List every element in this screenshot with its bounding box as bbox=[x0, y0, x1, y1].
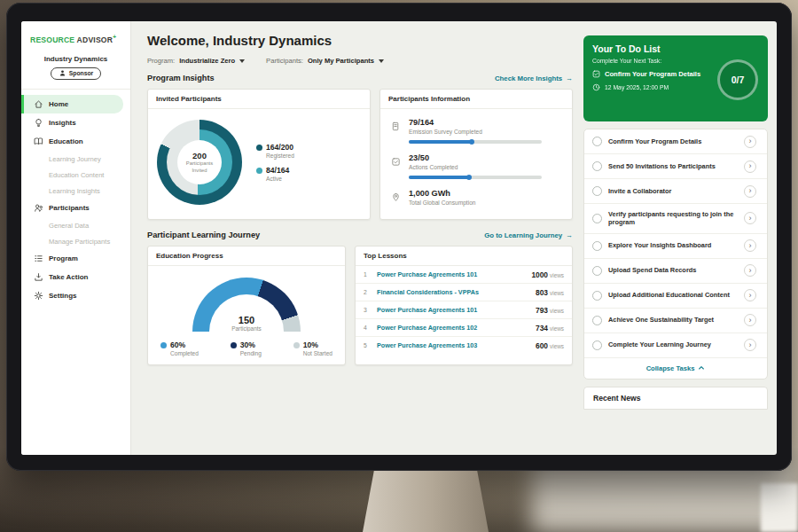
legend-dot bbox=[160, 342, 167, 348]
chevron-right-icon[interactable]: › bbox=[744, 136, 756, 148]
donut-center-label: Participants Invited bbox=[182, 160, 217, 173]
go-to-learning-journey-link[interactable]: Go to Learning Journey → bbox=[484, 231, 573, 239]
chevron-right-icon[interactable]: › bbox=[744, 212, 756, 224]
chevron-right-icon[interactable]: › bbox=[744, 239, 756, 252]
background-scene: RESOURCE ADVISOR+ Industry Dynamics Spon… bbox=[0, 0, 798, 532]
task-row-verify-participants[interactable]: Verify participants requesting to join t… bbox=[584, 204, 767, 234]
participants-select[interactable]: Only My Participants bbox=[308, 57, 384, 65]
sidebar-nav: Home Insights Education Learning Journey… bbox=[21, 90, 130, 310]
app-logo: RESOURCE ADVISOR+ bbox=[21, 32, 130, 52]
todo-panel: Your To Do List Complete Your Next Task:… bbox=[583, 21, 777, 455]
chevron-right-icon[interactable]: › bbox=[744, 160, 756, 173]
list-icon bbox=[34, 254, 43, 263]
task-checkbox[interactable] bbox=[592, 340, 602, 350]
sidebar-item-label: Program bbox=[49, 254, 78, 262]
chevron-right-icon[interactable]: › bbox=[744, 185, 756, 198]
section-title: Program Insights bbox=[147, 74, 215, 82]
task-checkbox[interactable] bbox=[592, 316, 602, 325]
sidebar-item-participants[interactable]: Participants bbox=[21, 199, 130, 217]
stat-global-consumption: 1,000 GWh Total Global Consumption bbox=[391, 189, 561, 206]
sidebar-item-general-data[interactable]: General Data bbox=[21, 217, 130, 233]
program-select[interactable]: Industrialize Zero bbox=[179, 57, 245, 65]
org-block: Industry Dynamics Sponsor bbox=[21, 52, 130, 90]
task-row-upload-educational-content[interactable]: Upload Additional Educational Content › bbox=[584, 284, 767, 309]
lesson-row[interactable]: 3 Power Purchase Agreements 101 793views bbox=[356, 301, 572, 319]
lesson-link[interactable]: Power Purchase Agreements 103 bbox=[377, 341, 529, 349]
task-checkbox[interactable] bbox=[592, 241, 602, 251]
todo-next-task: Confirm Your Program Details bbox=[592, 70, 718, 78]
donut-center-value: 200 bbox=[192, 151, 207, 160]
legend-item-not-started: 10% Not Started bbox=[293, 340, 332, 356]
collapse-tasks-button[interactable]: Collapse Tasks bbox=[584, 358, 767, 379]
task-row-send-invitations[interactable]: Send 50 Invitations to Participants › bbox=[584, 154, 767, 179]
task-checkbox[interactable] bbox=[592, 291, 602, 301]
person-icon bbox=[59, 69, 66, 77]
sidebar-item-learning-insights[interactable]: Learning Insights bbox=[21, 183, 130, 199]
program-filter-label: Program: bbox=[147, 57, 175, 65]
task-checkbox[interactable] bbox=[592, 161, 602, 171]
task-row-invite-collaborator[interactable]: Invite a Collaborator › bbox=[584, 179, 767, 204]
progress-bar bbox=[409, 176, 542, 179]
sidebar-item-label: Participants bbox=[49, 204, 90, 212]
sidebar-item-settings[interactable]: Settings bbox=[21, 286, 130, 305]
arrow-right-icon: → bbox=[566, 231, 573, 239]
home-icon bbox=[34, 99, 43, 109]
chevron-right-icon[interactable]: › bbox=[744, 289, 756, 301]
logo-text-primary: RESOURCE bbox=[30, 35, 74, 44]
sidebar-item-home[interactable]: Home bbox=[21, 95, 123, 113]
chevron-up-icon bbox=[698, 364, 705, 372]
gauge-center: 150 Participants bbox=[192, 315, 301, 332]
lesson-link[interactable]: Power Purchase Agreements 101 bbox=[377, 306, 529, 314]
task-checkbox[interactable] bbox=[592, 266, 602, 276]
page-title: Welcome, Industry Dynamics bbox=[147, 33, 573, 48]
lesson-link[interactable]: Financial Considerations - VPPAs bbox=[377, 288, 529, 296]
book-icon bbox=[34, 137, 43, 146]
gauge-legend: 60% Completed 30% Pending bbox=[157, 340, 336, 356]
legend-dot bbox=[256, 168, 262, 174]
lightbulb-icon bbox=[34, 118, 43, 128]
sidebar-item-education[interactable]: Education bbox=[21, 132, 130, 151]
legend-dot bbox=[256, 145, 262, 151]
lesson-link[interactable]: Power Purchase Agreements 101 bbox=[377, 270, 525, 278]
program-insights-cards: Invited Participants 200 Participants In… bbox=[147, 89, 573, 220]
check-more-insights-link[interactable]: Check More Insights → bbox=[495, 74, 573, 82]
task-checkbox[interactable] bbox=[592, 214, 602, 223]
program-filter: Program: Industrialize Zero bbox=[147, 57, 245, 65]
sidebar-item-take-action[interactable]: Take Action bbox=[21, 268, 130, 286]
lesson-row[interactable]: 5 Power Purchase Agreements 103 600views bbox=[356, 337, 572, 354]
task-checkbox[interactable] bbox=[592, 186, 602, 196]
chevron-right-icon[interactable]: › bbox=[744, 264, 756, 277]
sidebar-item-learning-journey[interactable]: Learning Journey bbox=[21, 151, 130, 167]
sidebar-item-education-content[interactable]: Education Content bbox=[21, 167, 130, 183]
task-row-achieve-target[interactable]: Achieve One Sustainability Target › bbox=[584, 309, 767, 333]
card-title: Education Progress bbox=[148, 246, 345, 266]
legend-item-pending: 30% Pending bbox=[231, 340, 262, 356]
progress-fill bbox=[409, 140, 473, 144]
sidebar-item-manage-participants[interactable]: Manage Participants bbox=[21, 233, 130, 249]
task-row-explore-insights[interactable]: Explore Your Insights Dashboard › bbox=[584, 234, 767, 259]
lesson-row[interactable]: 2 Financial Considerations - VPPAs 803vi… bbox=[356, 284, 572, 301]
legend-dot bbox=[231, 342, 237, 348]
pin-icon bbox=[391, 189, 402, 206]
sidebar-item-label: Settings bbox=[49, 292, 77, 300]
task-row-confirm-program[interactable]: Confirm Your Program Details › bbox=[584, 129, 767, 154]
donut-center: 200 Participants Invited bbox=[177, 140, 222, 184]
lesson-row[interactable]: 4 Power Purchase Agreements 102 734views bbox=[356, 319, 572, 337]
task-checkbox[interactable] bbox=[592, 137, 602, 146]
lesson-link[interactable]: Power Purchase Agreements 102 bbox=[377, 324, 529, 332]
legend-item-registered: 164/200 Registered bbox=[256, 143, 294, 159]
lesson-row[interactable]: 1 Power Purchase Agreements 101 1000view… bbox=[356, 266, 572, 284]
task-row-complete-learning-journey[interactable]: Complete Your Learning Journey › bbox=[584, 333, 767, 358]
legend-item-completed: 60% Completed bbox=[160, 340, 199, 356]
chevron-right-icon[interactable]: › bbox=[744, 339, 756, 351]
education-card-body: 150 Participants 60% bbox=[148, 266, 345, 364]
task-row-upload-spend-data[interactable]: Upload Spend Data Records › bbox=[584, 259, 767, 284]
sidebar-item-program[interactable]: Program bbox=[21, 249, 130, 268]
chevron-right-icon[interactable]: › bbox=[744, 314, 756, 326]
checklist-icon bbox=[391, 153, 402, 179]
info-card-body: 79/164 Emission Survey Completed 23/50 A… bbox=[380, 109, 572, 219]
main-content: Welcome, Industry Dynamics Program: Indu… bbox=[131, 21, 583, 455]
education-gauge: 150 Participants bbox=[192, 278, 301, 332]
sidebar-item-insights[interactable]: Insights bbox=[21, 113, 130, 132]
progress-bar bbox=[409, 140, 542, 144]
